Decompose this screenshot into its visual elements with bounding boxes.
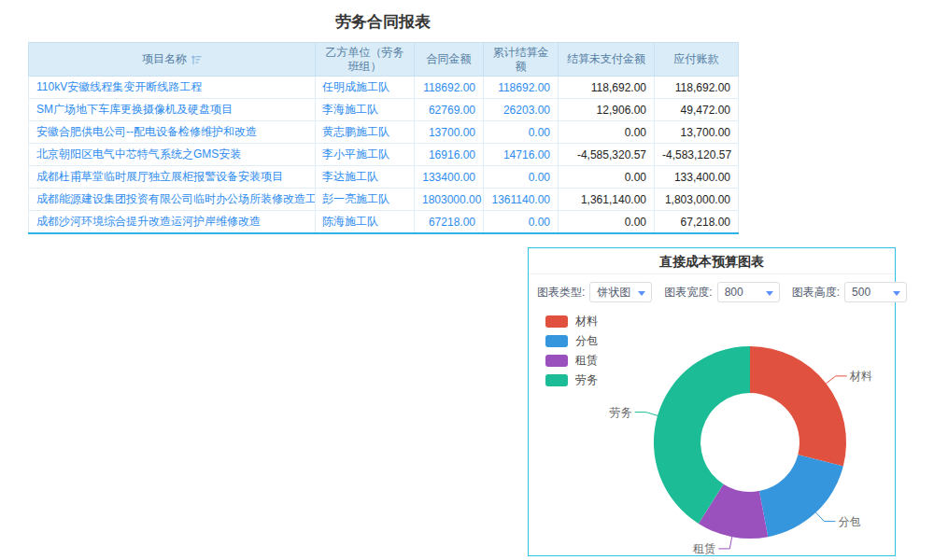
pie-slice-材料[interactable] bbox=[750, 346, 846, 467]
contract-amount: 133400.00 bbox=[415, 166, 484, 189]
unpaid-amount: 0.00 bbox=[559, 166, 655, 189]
chart-title: 直接成本预算图表 bbox=[529, 248, 895, 274]
unpaid-amount: -4,585,320.57 bbox=[559, 144, 655, 166]
contract-table-body: 110kV安徽线程集变开断线路工程任明成施工队118692.00118692.0… bbox=[29, 77, 739, 234]
project-name-link[interactable]: 成都杜甫草堂临时展厅独立展柜报警设备安装项目 bbox=[29, 166, 316, 189]
payable-amount: 13,700.00 bbox=[655, 121, 739, 144]
project-name-link[interactable]: 安徽合肥供电公司--配电设备检修维护和改造 bbox=[29, 121, 316, 144]
settled-amount: 1361140.00 bbox=[484, 189, 559, 211]
contract-amount: 16916.00 bbox=[415, 144, 484, 166]
contractor-team: 李海施工队 bbox=[316, 99, 415, 121]
table-row: 安徽合肥供电公司--配电设备检修维护和改造黄志鹏施工队13700.000.000… bbox=[29, 121, 739, 144]
unpaid-amount: 0.00 bbox=[559, 211, 655, 234]
table-row: 成都杜甫草堂临时展厅独立展柜报警设备安装项目李达施工队133400.000.00… bbox=[29, 166, 739, 189]
table-row: 成都能源建设集团投资有限公司临时办公场所装修改造工程EPC彭一亮施工队18030… bbox=[29, 189, 739, 211]
contract-amount: 118692.00 bbox=[415, 77, 484, 99]
contractor-team: 李小平施工队 bbox=[316, 144, 415, 166]
payable-amount: 67,218.00 bbox=[655, 211, 739, 234]
settled-amount: 0.00 bbox=[484, 121, 559, 144]
slice-label: 材料 bbox=[849, 370, 872, 383]
payable-amount: 118,692.00 bbox=[655, 77, 739, 99]
col-header-label: 项目名称 bbox=[142, 52, 187, 66]
table-row: 北京朝阳区电气中芯特气系统之GMS安装李小平施工队16916.0014716.0… bbox=[29, 144, 739, 166]
settled-amount: 14716.00 bbox=[484, 144, 559, 166]
contract-amount: 67218.00 bbox=[415, 211, 484, 234]
table-row: SM广场地下车库更换摄像机及硬盘项目李海施工队62769.0026203.001… bbox=[29, 99, 739, 121]
project-name-link[interactable]: 110kV安徽线程集变开断线路工程 bbox=[29, 77, 316, 99]
unpaid-amount: 0.00 bbox=[559, 121, 655, 144]
slice-label: 劳务 bbox=[610, 406, 632, 419]
pie-slice-分包[interactable] bbox=[759, 455, 843, 537]
table-header-row: 项目名称 乙方单位（劳务班组） 合同金额 累计结算金额 结算未支付金额 应付账款 bbox=[29, 43, 739, 77]
contract-table: 项目名称 乙方单位（劳务班组） 合同金额 累计结算金额 结算未支付金额 应付账款 bbox=[28, 42, 739, 234]
settled-amount: 0.00 bbox=[484, 166, 559, 189]
contractor-team: 黄志鹏施工队 bbox=[316, 121, 415, 144]
col-header-contractor-team: 乙方单位（劳务班组） bbox=[316, 43, 415, 77]
report-title: 劳务合同报表 bbox=[28, 4, 738, 42]
col-header-unpaid-amount: 结算未支付金额 bbox=[559, 43, 655, 77]
unpaid-amount: 1,361,140.00 bbox=[559, 189, 655, 211]
settled-amount: 26203.00 bbox=[484, 99, 559, 121]
unpaid-amount: 118,692.00 bbox=[559, 77, 655, 99]
col-header-payable: 应付账款 bbox=[655, 43, 739, 77]
col-header-project-name: 项目名称 bbox=[29, 43, 316, 77]
donut-chart: 材料分包租赁劳务 bbox=[529, 276, 897, 556]
contract-amount: 62769.00 bbox=[415, 99, 484, 121]
payable-amount: 49,472.00 bbox=[655, 99, 739, 121]
contractor-team: 彭一亮施工队 bbox=[316, 189, 415, 211]
project-name-link[interactable]: SM广场地下车库更换摄像机及硬盘项目 bbox=[29, 99, 316, 121]
payable-amount: -4,583,120.57 bbox=[655, 144, 739, 166]
labor-contract-report-panel: 劳务合同报表 项目名称 乙方单 bbox=[28, 4, 738, 234]
project-name-link[interactable]: 成都沙河环境综合提升改造运河护岸维修改造 bbox=[29, 211, 316, 234]
payable-amount: 1,803,000.00 bbox=[655, 189, 739, 211]
slice-label: 分包 bbox=[838, 515, 860, 528]
sort-amount-icon[interactable] bbox=[191, 54, 202, 65]
slice-label: 租赁 bbox=[692, 542, 715, 555]
contractor-team: 李达施工队 bbox=[316, 166, 415, 189]
col-header-contract-amount: 合同金额 bbox=[415, 43, 484, 77]
label-line bbox=[718, 537, 731, 549]
contract-amount: 1803000.00 bbox=[415, 189, 484, 211]
project-name-link[interactable]: 北京朝阳区电气中芯特气系统之GMS安装 bbox=[29, 144, 316, 166]
unpaid-amount: 12,906.00 bbox=[559, 99, 655, 121]
col-header-settled-amount: 累计结算金额 bbox=[484, 43, 559, 77]
table-row: 110kV安徽线程集变开断线路工程任明成施工队118692.00118692.0… bbox=[29, 77, 739, 99]
contractor-team: 任明成施工队 bbox=[316, 77, 415, 99]
label-line bbox=[635, 413, 658, 416]
label-line bbox=[816, 512, 836, 522]
contractor-team: 陈海施工队 bbox=[316, 211, 415, 234]
contract-amount: 13700.00 bbox=[415, 121, 484, 144]
label-line bbox=[826, 376, 846, 384]
settled-amount: 118692.00 bbox=[484, 77, 559, 99]
table-row: 成都沙河环境综合提升改造运河护岸维修改造陈海施工队67218.000.000.0… bbox=[29, 211, 739, 234]
settled-amount: 0.00 bbox=[484, 211, 559, 234]
project-name-link[interactable]: 成都能源建设集团投资有限公司临时办公场所装修改造工程EPC bbox=[29, 189, 316, 211]
direct-cost-chart-panel: 直接成本预算图表 图表类型: 饼状图 图表宽度: 800 图表高度: 500 材… bbox=[528, 247, 896, 556]
payable-amount: 133,400.00 bbox=[655, 166, 739, 189]
